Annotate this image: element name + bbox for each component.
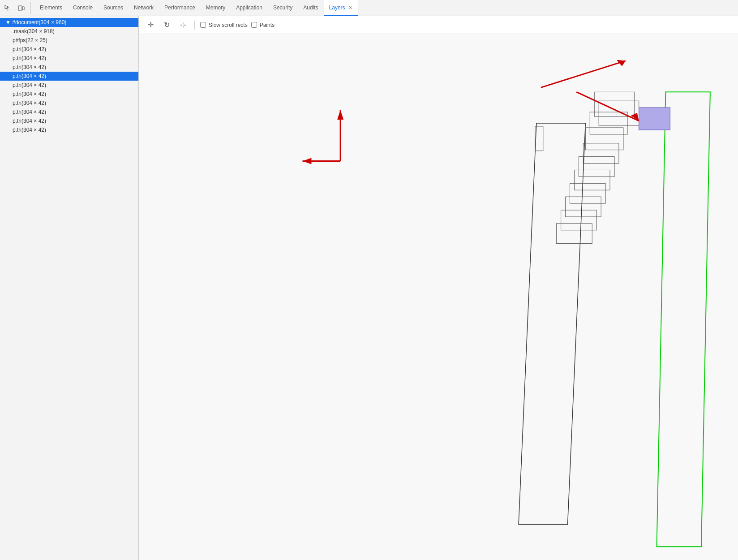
center-button[interactable]: ⊹ (176, 19, 189, 31)
pan-button[interactable]: ✛ (144, 19, 157, 31)
svg-rect-15 (557, 224, 592, 244)
tree-item[interactable]: p.tri(304 × 42) (0, 90, 138, 99)
svg-rect-12 (570, 183, 606, 203)
tab-elements[interactable]: Elements (34, 0, 68, 16)
layer-tree-sidebar: ▼ #document(304 × 960).mask(304 × 918)p#… (0, 16, 139, 560)
main-layout: ▼ #document(304 × 960).mask(304 × 918)p#… (0, 16, 738, 560)
tab-close-icon[interactable]: × (349, 4, 352, 11)
tab-console[interactable]: Console (68, 0, 98, 16)
tree-item[interactable]: p.tri(304 × 42) (0, 81, 138, 90)
tab-audits[interactable]: Audits (298, 0, 323, 16)
tab-memory[interactable]: Memory (201, 0, 231, 16)
svg-rect-14 (561, 210, 597, 230)
tab-sources[interactable]: Sources (98, 0, 129, 16)
svg-marker-2 (657, 92, 710, 547)
tab-network[interactable]: Network (129, 0, 159, 16)
tab-application[interactable]: Application (231, 0, 268, 16)
devtools-icons (2, 2, 31, 14)
device-toggle-icon[interactable] (15, 2, 27, 14)
tabs-container: ElementsConsoleSourcesNetworkPerformance… (34, 0, 358, 16)
paints-label: Paints (260, 22, 275, 28)
tree-item[interactable]: p.tri(304 × 42) (0, 125, 138, 134)
svg-rect-7 (585, 128, 623, 150)
layer-canvas[interactable] (139, 34, 738, 560)
tree-item[interactable]: p.tri(304 × 42) (0, 116, 138, 125)
tab-performance[interactable]: Performance (159, 0, 201, 16)
tree-item[interactable]: ▼ #document(304 × 960) (0, 18, 138, 27)
svg-line-17 (541, 61, 626, 88)
tree-item[interactable]: p#fps(22 × 25) (0, 36, 138, 45)
tree-item[interactable]: p.tri(304 × 42) (0, 63, 138, 72)
svg-rect-13 (566, 197, 601, 217)
tree-item[interactable]: p.tri(304 × 42) (0, 108, 138, 116)
tab-layers[interactable]: Layers× (324, 0, 358, 16)
svg-rect-9 (583, 143, 619, 164)
slow-scroll-group: Slow scroll rects (200, 22, 248, 28)
tab-label: Layers (329, 4, 345, 11)
svg-rect-1 (22, 7, 24, 10)
inspect-icon[interactable] (2, 2, 13, 14)
arrow-3 (303, 110, 344, 164)
toolbar-separator (194, 21, 195, 30)
tab-security[interactable]: Security (268, 0, 298, 16)
svg-rect-0 (18, 6, 22, 10)
slow-scroll-checkbox[interactable] (200, 22, 206, 28)
tree-container: ▼ #document(304 × 960).mask(304 × 918)p#… (0, 18, 138, 134)
paints-checkbox[interactable] (251, 22, 257, 28)
svg-rect-8 (639, 108, 670, 130)
tab-bar: ElementsConsoleSourcesNetworkPerformance… (0, 0, 738, 16)
tree-item[interactable]: .mask(304 × 918) (0, 27, 138, 36)
layers-toolbar: ✛ ↻ ⊹ Slow scroll rects Paints (139, 16, 738, 34)
svg-rect-11 (574, 170, 610, 190)
tree-item[interactable]: p.tri(304 × 42) (0, 72, 138, 81)
layer-visualization (139, 34, 738, 560)
slow-scroll-label: Slow scroll rects (209, 22, 248, 28)
svg-marker-22 (303, 158, 312, 164)
svg-rect-6 (590, 112, 628, 134)
content-area: ✛ ↻ ⊹ Slow scroll rects Paints (139, 16, 738, 560)
rotate-button[interactable]: ↻ (160, 19, 173, 31)
tree-item[interactable]: p.tri(304 × 42) (0, 45, 138, 54)
tree-item[interactable]: p.tri(304 × 42) (0, 54, 138, 63)
svg-marker-24 (337, 110, 343, 120)
tree-item[interactable]: p.tri(304 × 42) (0, 99, 138, 108)
paints-group: Paints (251, 22, 275, 28)
arrow-1 (541, 60, 626, 88)
svg-rect-4 (594, 92, 635, 116)
